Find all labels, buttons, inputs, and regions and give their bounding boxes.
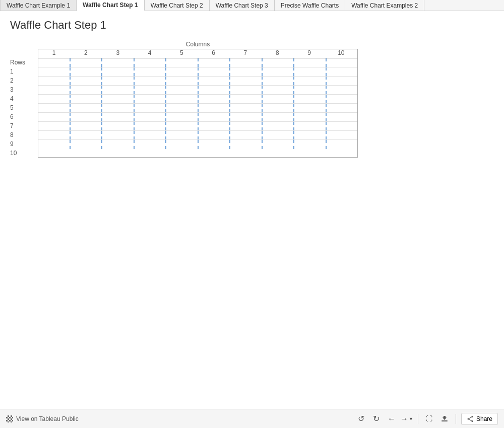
grid-cell-2-8 [263,67,295,76]
grid-cell-4-5 [166,86,199,94]
grid-cell-5-5 [166,95,199,103]
tableau-icon [6,415,13,422]
grid-cell-7-9 [294,113,327,121]
tab-tab6[interactable]: Waffle Chart Examples 2 [345,0,424,11]
grid-cell-1-5 [166,58,199,67]
grid-cell-9-8 [263,131,295,139]
grid-cell-3-5 [166,77,199,85]
page-content: Waffle Chart Step 1 Columns Rows 1234567… [0,11,504,158]
tab-tab5[interactable]: Precise Waffle Charts [275,0,345,11]
grid-cell-5-7 [230,95,263,103]
grid-cell-3-6 [199,77,231,85]
svg-marker-1 [443,416,447,420]
grid-cell-4-4 [135,86,167,94]
col-header-6: 6 [198,49,229,58]
grid-cell-8-1 [38,122,71,130]
share-button[interactable]: Share [461,413,498,425]
grid-cell-2-4 [135,67,167,76]
svg-line-5 [468,416,472,419]
grid-cell-4-10 [327,86,358,94]
chart-grid: Rows 12345678910 12345678910 [10,49,358,158]
grid-cell-4-3 [102,86,135,94]
tab-tab1[interactable]: Waffle Chart Example 1 [0,0,77,11]
grid-cell-6-9 [294,104,327,112]
tableau-label[interactable]: View on Tableau Public [16,415,79,422]
grid-row-4 [38,86,357,95]
grid-cell-7-6 [199,113,231,121]
grid-cell-8-5 [166,122,199,130]
toolbar-divider-1 [418,414,418,424]
grid-cell-5-9 [294,95,327,103]
grid-cell-6-4 [135,104,167,112]
toolbar: View on Tableau Public ↺ ↻ ← →▼ ⛶ Share [0,409,504,428]
grid-cell-3-2 [71,77,103,85]
grid-cell-10-4 [135,140,167,149]
fullscreen-button[interactable]: ⛶ [423,413,435,425]
grid-cell-4-9 [294,86,327,94]
grid-cell-3-10 [327,77,358,85]
grid-cell-8-9 [294,122,327,130]
grid-cell-6-1 [38,104,71,112]
row-label-1: 1 [10,67,38,76]
col-header-1: 1 [38,49,70,58]
grid-cell-5-4 [135,95,167,103]
grid-cell-8-3 [102,122,135,130]
col-header-9: 9 [293,49,325,58]
grid-cell-8-8 [263,122,295,130]
grid-cell-5-3 [102,95,135,103]
tab-tab3[interactable]: Waffle Chart Step 2 [145,0,210,11]
grid-cell-3-4 [135,77,167,85]
grid-cell-5-6 [199,95,231,103]
share-label: Share [476,415,492,422]
row-labels: Rows 12345678910 [10,49,38,158]
grid-cell-1-1 [38,58,71,67]
grid-cell-1-7 [230,58,263,67]
grid-cell-4-8 [263,86,295,94]
svg-line-6 [468,419,472,421]
rows-header: Rows [10,58,38,67]
grid-cell-3-9 [294,77,327,85]
grid-cell-2-10 [327,67,358,76]
grid-cell-2-6 [199,67,231,76]
grid-cell-6-2 [71,104,103,112]
grid-row-1 [38,58,357,67]
row-label-4: 4 [10,94,38,103]
grid-cell-10-6 [199,140,231,149]
svg-rect-0 [442,420,448,421]
grid-cell-3-1 [38,77,71,85]
grid-cell-1-10 [327,58,358,67]
grid-cell-3-8 [263,77,295,85]
tab-tab2[interactable]: Waffle Chart Step 1 [77,0,145,11]
grid-cell-10-8 [263,140,295,149]
grid-row-5 [38,95,357,104]
forward-button-with-dropdown[interactable]: →▼ [401,413,413,425]
grid-row-9 [38,131,357,140]
grid-cell-9-9 [294,131,327,139]
grid-cell-9-6 [199,131,231,139]
col-header-10: 10 [326,49,357,58]
grid-area: 12345678910 [38,49,358,158]
grid-cell-2-1 [38,67,71,76]
col-header-4: 4 [134,49,166,58]
grid-row-3 [38,77,357,86]
grid-cell-8-6 [199,122,231,130]
row-label-3: 3 [10,85,38,94]
grid-cell-1-4 [135,58,167,67]
page-title: Waffle Chart Step 1 [10,19,494,32]
back-button[interactable]: ← [386,413,398,425]
col-header-8: 8 [262,49,293,58]
grid-cell-1-3 [102,58,135,67]
chart-wrapper: Columns Rows 12345678910 12345678910 [10,41,358,158]
download-button[interactable] [438,413,451,425]
grid-cell-2-2 [71,67,103,76]
tab-bar: Waffle Chart Example 1Waffle Chart Step … [0,0,504,11]
tab-tab4[interactable]: Waffle Chart Step 3 [210,0,275,11]
undo-button[interactable]: ↺ [355,413,367,425]
grid-cell-6-8 [263,104,295,112]
grid-cell-10-3 [102,140,135,149]
grid-cell-7-8 [263,113,295,121]
grid-cell-6-10 [327,104,358,112]
redo-button[interactable]: ↻ [370,413,383,425]
grid-row-10 [38,140,357,149]
col-header-5: 5 [166,49,198,58]
